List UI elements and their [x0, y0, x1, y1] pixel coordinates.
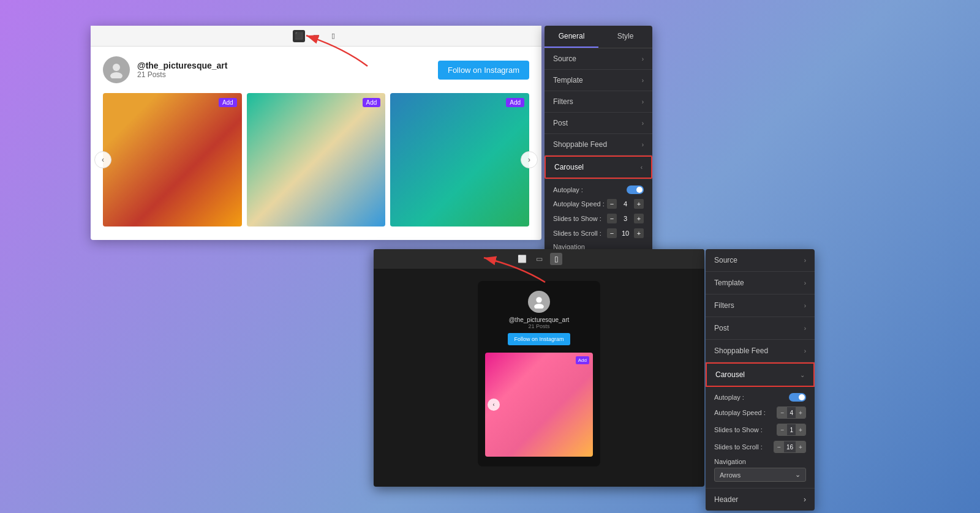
bottom-template-chevron: ›: [804, 280, 806, 286]
bottom-menu-header[interactable]: Header ›: [706, 488, 815, 511]
bottom-show-minus[interactable]: −: [777, 424, 787, 435]
slides-show-input: − 3 +: [607, 214, 644, 223]
bottom-speed-value: 4: [787, 410, 796, 416]
mobile-username: @the_picturesque_art: [509, 316, 570, 323]
svg-point-4: [534, 304, 544, 309]
menu-carousel-label: Carousel: [554, 163, 584, 171]
menu-source-label: Source: [553, 54, 576, 63]
image-2: [247, 93, 386, 227]
profile-row: @the_picturesque_art 21 Posts Follow on …: [103, 56, 529, 83]
slides-scroll-label: Slides to Scroll :: [553, 230, 601, 237]
tab-style[interactable]: Style: [598, 26, 652, 48]
bottom-carousel-chevron: ⌄: [800, 372, 805, 378]
desktop-icon-bottom[interactable]: ⬜: [516, 253, 528, 265]
bottom-menu-template[interactable]: Template ›: [706, 272, 815, 294]
bottom-content: @the_picturesque_art 21 Posts Follow on …: [374, 269, 704, 479]
add-badge-1[interactable]: Add: [219, 98, 237, 107]
mobile-avatar: [528, 291, 550, 313]
menu-template[interactable]: Template ›: [545, 70, 652, 91]
slides-show-minus[interactable]: −: [607, 214, 617, 223]
bottom-right-panel: Source › Template › Filters › Post › Sho…: [706, 249, 815, 511]
mobile-icon-bottom[interactable]: ▯: [550, 253, 562, 265]
bottom-shoppable-chevron: ›: [804, 348, 806, 354]
chevron-carousel: ‹: [641, 164, 643, 171]
slides-scroll-minus[interactable]: −: [607, 228, 617, 238]
add-badge-2[interactable]: Add: [363, 98, 381, 107]
top-toolbar: ⬛ ▭ ▯: [91, 26, 541, 47]
add-badge-3[interactable]: Add: [506, 98, 524, 107]
chevron-template: ›: [642, 77, 644, 84]
bottom-navigation-dropdown[interactable]: Arrows ⌄: [714, 468, 806, 482]
bottom-scroll-plus[interactable]: +: [796, 441, 805, 452]
bottom-speed-plus[interactable]: +: [796, 407, 805, 418]
slides-show-row: Slides to Show : − 3 +: [553, 214, 644, 223]
bottom-speed-minus[interactable]: −: [777, 407, 787, 418]
bottom-autoplay-speed-row: Autoplay Speed : − 4 +: [714, 406, 806, 419]
image-card-3: Add: [390, 93, 529, 227]
bottom-show-plus[interactable]: +: [796, 424, 805, 435]
tab-general[interactable]: General: [545, 26, 598, 48]
menu-shoppable-label: Shoppable Feed: [553, 140, 607, 149]
bottom-navigation-value: Arrows: [720, 471, 741, 479]
bottom-header-label: Header: [714, 495, 738, 504]
menu-filters[interactable]: Filters ›: [545, 91, 652, 113]
image-1: [103, 93, 242, 227]
autoplay-speed-row: Autoplay Speed : − 4 +: [553, 199, 644, 209]
top-preview-panel: ⬛ ▭ ▯ @the_picturesque_art 21 Posts Foll…: [91, 26, 541, 240]
bottom-menu-carousel[interactable]: Carousel ⌄: [706, 362, 815, 387]
mobile-prev-arrow[interactable]: ‹: [488, 399, 500, 411]
mobile-follow-button[interactable]: Follow on Instagram: [508, 333, 570, 345]
mobile-image-area: Add ‹: [485, 353, 593, 457]
bottom-slides-scroll-label: Slides to Scroll :: [714, 443, 763, 451]
bottom-header-chevron: ›: [804, 495, 806, 504]
slides-scroll-row: Slides to Scroll : − 10 +: [553, 228, 644, 238]
menu-source[interactable]: Source ›: [545, 48, 652, 70]
mobile-add-badge[interactable]: Add: [576, 356, 589, 364]
slides-scroll-plus[interactable]: +: [634, 228, 644, 238]
bottom-scroll-minus[interactable]: −: [774, 441, 784, 452]
autoplay-speed-minus[interactable]: −: [607, 199, 617, 209]
bottom-post-label: Post: [714, 324, 729, 332]
bottom-source-chevron: ›: [804, 257, 806, 264]
svg-point-1: [110, 72, 123, 78]
autoplay-label: Autoplay :: [553, 186, 583, 193]
tablet-icon[interactable]: ▭: [310, 30, 322, 42]
bottom-scroll-value: 16: [784, 444, 796, 451]
bottom-menu-post[interactable]: Post ›: [706, 317, 815, 340]
menu-carousel[interactable]: Carousel ‹: [545, 155, 652, 179]
top-content: @the_picturesque_art 21 Posts Follow on …: [91, 47, 541, 236]
bottom-slides-show-input: − 1 +: [777, 424, 806, 436]
tablet-icon-bottom[interactable]: ▭: [533, 253, 545, 265]
mobile-icon[interactable]: ▯: [327, 30, 339, 42]
top-right-panel: General Style Source › Template › Filter…: [545, 26, 652, 274]
bottom-menu-filters[interactable]: Filters ›: [706, 294, 815, 317]
bottom-carousel-label: Carousel: [715, 370, 745, 379]
bottom-autoplay-toggle[interactable]: [789, 393, 806, 402]
chevron-filters: ›: [642, 99, 644, 105]
bottom-menu-source[interactable]: Source ›: [706, 249, 815, 272]
menu-shoppable[interactable]: Shoppable Feed ›: [545, 134, 652, 155]
follow-button[interactable]: Follow on Instagram: [438, 61, 529, 80]
autoplay-toggle[interactable]: [627, 185, 644, 194]
image-card-1: Add: [103, 93, 242, 227]
menu-post[interactable]: Post ›: [545, 113, 652, 134]
bottom-template-label: Template: [714, 279, 744, 287]
mobile-image: [485, 353, 593, 457]
next-arrow[interactable]: ›: [521, 151, 538, 168]
bottom-shoppable-label: Shoppable Feed: [714, 346, 768, 355]
bottom-filters-chevron: ›: [804, 302, 806, 309]
slides-show-plus[interactable]: +: [634, 214, 644, 223]
bottom-post-chevron: ›: [804, 325, 806, 332]
bottom-menu-shoppable[interactable]: Shoppable Feed ›: [706, 340, 815, 362]
slides-show-value: 3: [619, 215, 631, 222]
bottom-autoplay-speed-label: Autoplay Speed :: [714, 409, 766, 416]
desktop-icon[interactable]: ⬛: [293, 30, 305, 42]
menu-post-label: Post: [553, 119, 568, 127]
autoplay-row: Autoplay :: [553, 185, 644, 194]
prev-arrow[interactable]: ‹: [94, 151, 111, 168]
chevron-post: ›: [642, 120, 644, 127]
bottom-filters-label: Filters: [714, 301, 734, 310]
autoplay-speed-plus[interactable]: +: [634, 199, 644, 209]
svg-point-0: [113, 64, 120, 71]
profile-left: @the_picturesque_art 21 Posts: [103, 56, 227, 83]
